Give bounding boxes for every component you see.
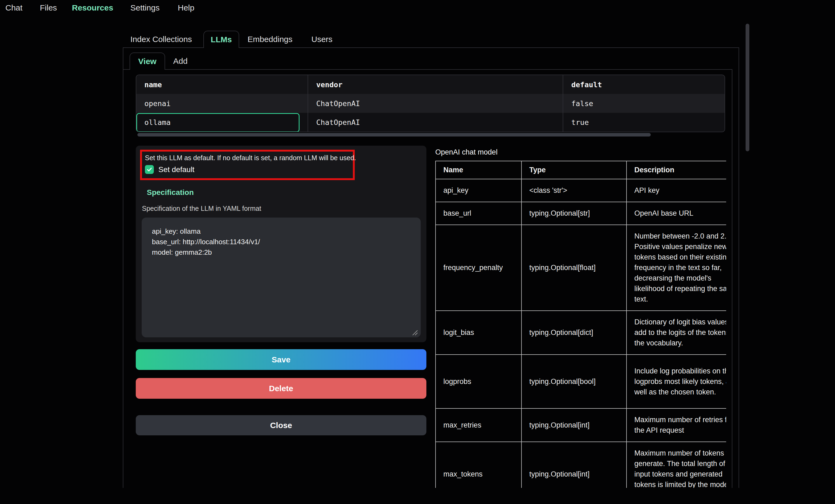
set-default-checkbox[interactable] bbox=[145, 165, 154, 174]
checkmark-icon bbox=[146, 166, 152, 173]
model-info-row-logit-bias: logit_biastyping.Optional[dict]Dictionar… bbox=[435, 311, 726, 355]
nav-item-resources[interactable]: Resources bbox=[72, 3, 113, 13]
llm-row-ollama[interactable]: ollamaChatOpenAItrue bbox=[136, 113, 725, 132]
model-info-row-max-retries: max_retriestyping.Optional[int]Maximum n… bbox=[435, 408, 726, 442]
model-info-frequency-penalty-name: frequency_penalty bbox=[435, 225, 522, 311]
model-info-base-url-description: OpenAI base URL bbox=[627, 202, 726, 225]
outer-panel-right-border bbox=[738, 47, 739, 488]
resize-grip-icon[interactable] bbox=[410, 328, 418, 336]
model-info-frequency-penalty-description: Number between -2.0 and 2.0. Positive va… bbox=[627, 225, 726, 311]
delete-button[interactable]: Delete bbox=[136, 378, 426, 399]
specification-heading: Specification bbox=[147, 188, 194, 197]
llm-detail-card: Set this LLM as default. If no default i… bbox=[136, 146, 426, 342]
tab-users[interactable]: Users bbox=[311, 35, 332, 44]
close-button[interactable]: Close bbox=[136, 415, 426, 435]
model-info-title: OpenAI chat model bbox=[435, 148, 497, 156]
model-info-logprobs-name: logprobs bbox=[435, 355, 522, 408]
tab-embeddings[interactable]: Embeddings bbox=[247, 35, 292, 44]
model-info-logit-bias-name: logit_bias bbox=[435, 311, 522, 355]
llm-col-name: name bbox=[136, 75, 308, 94]
model-info-col-type: Type bbox=[522, 161, 627, 179]
model-info-row-frequency-penalty: frequency_penaltytyping.Optional[float]N… bbox=[435, 225, 726, 311]
model-info-max-tokens-type: typing.Optional[int] bbox=[522, 442, 627, 488]
model-info-api-key-type: <class 'str'> bbox=[522, 179, 627, 202]
model-info-table: NameTypeDescriptionapi_key<class 'str'>A… bbox=[435, 161, 726, 488]
model-info-base-url-name: base_url bbox=[435, 202, 522, 225]
model-info-row-max-tokens: max_tokenstyping.Optional[int]Maximum nu… bbox=[435, 442, 726, 488]
llm-cell-ollama-vendor[interactable]: ChatOpenAI bbox=[308, 113, 563, 132]
model-info-max-retries-type: typing.Optional[int] bbox=[522, 408, 627, 442]
model-info-row-api-key: api_key<class 'str'>API key bbox=[435, 179, 726, 202]
model-info-col-name: Name bbox=[435, 161, 522, 179]
default-note: Set this LLM as default. If no default i… bbox=[145, 154, 356, 162]
model-info-api-key-name: api_key bbox=[435, 179, 522, 202]
horizontal-scrollbar[interactable] bbox=[137, 133, 651, 136]
llm-table-header: namevendordefault bbox=[136, 75, 725, 94]
llm-cell-openai-name[interactable]: openai bbox=[136, 94, 308, 113]
model-info-max-retries-name: max_retries bbox=[435, 408, 522, 442]
save-button[interactable]: Save bbox=[136, 349, 426, 370]
llm-cell-ollama-default[interactable]: true bbox=[563, 113, 725, 132]
model-info-logit-bias-description: Dictionary of logit bias values to add t… bbox=[627, 311, 726, 355]
model-info-base-url-type: typing.Optional[str] bbox=[522, 202, 627, 225]
llm-col-default: default bbox=[563, 75, 725, 94]
inner-panel-top-border bbox=[123, 69, 732, 70]
tab-llms[interactable]: LLMs bbox=[203, 31, 239, 48]
app-root: ChatFilesResourcesSettingsHelp Index Col… bbox=[0, 0, 835, 504]
nav-item-help[interactable]: Help bbox=[178, 3, 195, 13]
nav-item-chat[interactable]: Chat bbox=[5, 3, 22, 13]
set-default-checkbox-row[interactable]: Set default bbox=[145, 165, 195, 174]
subtab-view[interactable]: View bbox=[129, 52, 165, 70]
model-info-col-description: Description bbox=[627, 161, 726, 179]
llm-cell-openai-vendor[interactable]: ChatOpenAI bbox=[308, 94, 563, 113]
inner-panel-right-border bbox=[732, 69, 732, 488]
model-info-row-logprobs: logprobstyping.Optional[bool]Include log… bbox=[435, 355, 726, 408]
model-info-logprobs-type: typing.Optional[bool] bbox=[522, 355, 627, 408]
llm-col-vendor: vendor bbox=[308, 75, 563, 94]
specification-subtitle: Specification of the LLM in YAML format bbox=[142, 205, 261, 212]
model-info-logit-bias-type: typing.Optional[dict] bbox=[522, 311, 627, 355]
llm-table: namevendordefaultopenaiChatOpenAIfalseol… bbox=[136, 75, 725, 132]
model-info-header: NameTypeDescription bbox=[435, 161, 726, 179]
set-default-label[interactable]: Set default bbox=[158, 165, 195, 174]
subtab-add[interactable]: Add bbox=[173, 57, 187, 66]
outer-panel-left-border bbox=[123, 47, 123, 488]
tab-index-collections[interactable]: Index Collections bbox=[130, 35, 192, 44]
llm-cell-openai-default[interactable]: false bbox=[563, 94, 725, 113]
llm-cell-ollama-name[interactable]: ollama bbox=[136, 113, 308, 132]
model-info-max-tokens-description: Maximum number of tokens to generate. Th… bbox=[627, 442, 726, 488]
yaml-editor[interactable]: api_key: ollama base_url: http://localho… bbox=[142, 217, 421, 337]
vertical-scrollbar[interactable] bbox=[746, 24, 749, 151]
model-info-logprobs-description: Include log probabilities on the logprob… bbox=[627, 355, 726, 408]
model-info-frequency-penalty-type: typing.Optional[float] bbox=[522, 225, 627, 311]
nav-item-settings[interactable]: Settings bbox=[130, 3, 160, 13]
nav-item-files[interactable]: Files bbox=[40, 3, 57, 13]
model-info-api-key-description: API key bbox=[627, 179, 726, 202]
annotation-red-box: Set this LLM as default. If no default i… bbox=[140, 150, 355, 180]
model-info-max-retries-description: Maximum number of retries for the API re… bbox=[627, 408, 726, 442]
model-info-row-base-url: base_urltyping.Optional[str]OpenAI base … bbox=[435, 202, 726, 225]
model-info-max-tokens-name: max_tokens bbox=[435, 442, 522, 488]
llm-row-openai[interactable]: openaiChatOpenAIfalse bbox=[136, 94, 725, 113]
